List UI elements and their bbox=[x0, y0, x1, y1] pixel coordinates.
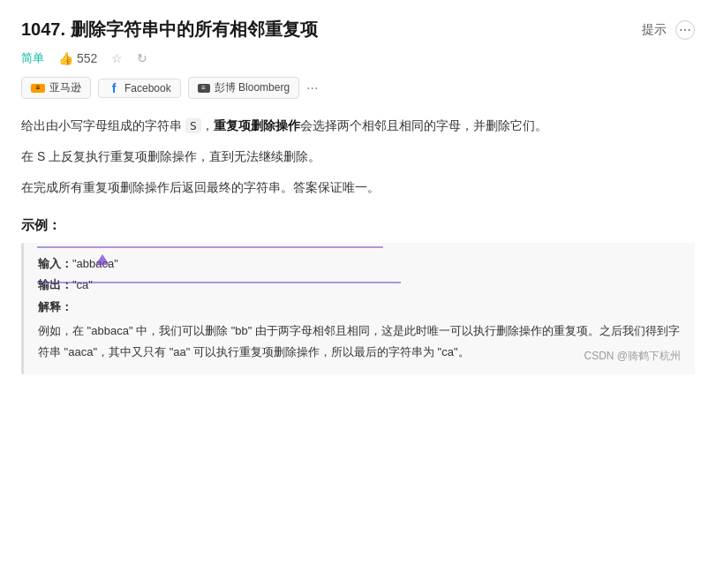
example-input-label: 输入： bbox=[38, 257, 72, 270]
example-output-label: 输出： bbox=[38, 278, 72, 291]
problem-title: 1047. 删除字符串中的所有相邻重复项 bbox=[21, 18, 318, 41]
meta-row: 简单 👍 552 ☆ ↻ bbox=[21, 50, 695, 66]
tag-facebook[interactable]: f Facebook bbox=[98, 79, 181, 98]
desc-para1-bold: 重复项删除操作 bbox=[214, 118, 300, 132]
hint-label[interactable]: 提示 bbox=[642, 22, 667, 38]
tag-bloomberg[interactable]: ≡ 彭博 Bloomberg bbox=[188, 77, 299, 99]
desc-para1-code: S bbox=[185, 118, 201, 133]
bloomberg-icon: ≡ bbox=[198, 84, 210, 93]
desc-para1: 给出由小写字母组成的字符串 S，重复项删除操作会选择两个相邻且相同的字母，并删除… bbox=[21, 115, 695, 137]
example-input-row: 输入："abbaca" bbox=[38, 253, 681, 275]
desc-para1-comma: ， bbox=[201, 118, 214, 132]
difficulty-tag: 简单 bbox=[21, 50, 44, 66]
like-number: 552 bbox=[77, 51, 97, 65]
like-count: 👍 552 bbox=[58, 51, 97, 65]
desc-para1-pre: 给出由小写字母组成的字符串 bbox=[21, 118, 185, 132]
footer-credit: CSDN @骑鹤下杭州 bbox=[584, 349, 681, 364]
problem-description: 给出由小写字母组成的字符串 S，重复项删除操作会选择两个相邻且相同的字母，并删除… bbox=[21, 115, 695, 200]
desc-para2-text: 在 S 上反复执行重复项删除操作，直到无法继续删除。 bbox=[21, 149, 320, 163]
tag-amazon[interactable]: ≡ 亚马逊 bbox=[21, 77, 91, 99]
example-explanation-row: 解释： bbox=[38, 297, 681, 319]
amazon-label: 亚马逊 bbox=[49, 80, 81, 95]
tags-row: ≡ 亚马逊 f Facebook ≡ 彭博 Bloomberg ··· bbox=[21, 77, 695, 99]
thumbs-up-icon[interactable]: 👍 bbox=[58, 51, 73, 65]
refresh-icon[interactable]: ↻ bbox=[137, 51, 147, 65]
example-explanation-label: 解释： bbox=[38, 300, 72, 313]
facebook-icon: f bbox=[108, 82, 120, 94]
example-section-label: 示例： bbox=[21, 217, 695, 234]
more-tags-button[interactable]: ··· bbox=[306, 80, 318, 96]
problem-title-row: 1047. 删除字符串中的所有相邻重复项 提示 ⋯ bbox=[21, 18, 695, 41]
page-wrapper: 1047. 删除字符串中的所有相邻重复项 提示 ⋯ 简单 👍 552 ☆ ↻ ≡… bbox=[21, 18, 695, 374]
desc-para1-end: 会选择两个相邻且相同的字母，并删除它们。 bbox=[300, 118, 547, 132]
example-input-value: "abbaca" bbox=[72, 257, 118, 270]
desc-para3-text: 在完成所有重复项删除操作后返回最终的字符串。答案保证唯一。 bbox=[21, 180, 380, 194]
example-output-row: 输出："ca" bbox=[38, 275, 681, 297]
bloomberg-label: 彭博 Bloomberg bbox=[215, 80, 290, 95]
star-icon[interactable]: ☆ bbox=[111, 51, 123, 65]
more-icon[interactable]: ⋯ bbox=[675, 20, 695, 40]
facebook-label: Facebook bbox=[124, 82, 171, 94]
desc-para3: 在完成所有重复项删除操作后返回最终的字符串。答案保证唯一。 bbox=[21, 177, 695, 199]
desc-para2: 在 S 上反复执行重复项删除操作，直到无法继续删除。 bbox=[21, 146, 695, 168]
amazon-icon: ≡ bbox=[31, 84, 45, 93]
example-output-value: "ca" bbox=[72, 278, 93, 291]
title-actions: 提示 ⋯ bbox=[642, 20, 695, 40]
